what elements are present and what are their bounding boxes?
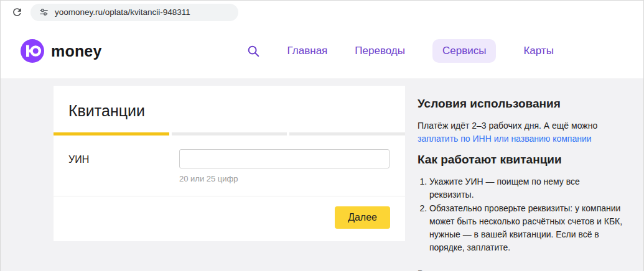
nav-item-glavnaya[interactable]: Главная <box>287 45 328 57</box>
address-bar[interactable]: yoomoney.ru/oplata/kvitancii-948311 <box>30 4 238 21</box>
uin-label: УИН <box>68 149 179 183</box>
main-nav: Главная Переводы Сервисы Карты <box>246 39 554 63</box>
list-item: Укажите УИН — поищем по нему все реквизи… <box>429 175 623 201</box>
site-header: money Главная Переводы Сервисы Карты <box>1 24 643 78</box>
nav-item-karty[interactable]: Карты <box>523 45 553 57</box>
card-footer: Далее <box>54 196 405 229</box>
submit-button[interactable]: Далее <box>335 206 390 229</box>
uin-input[interactable] <box>179 149 390 168</box>
reload-button[interactable] <box>9 5 24 20</box>
regions-link[interactable]: Регионы <box>418 269 450 271</box>
how-it-works-list: Укажите УИН — поищем по нему все реквизи… <box>418 175 623 254</box>
info-aside: Условия использования Платёж идёт 2–3 ра… <box>418 86 623 271</box>
browser-chrome: yoomoney.ru/oplata/kvitancii-948311 <box>1 1 643 24</box>
uin-hint: 20 или 25 цифр <box>179 174 390 183</box>
terms-title: Условия использования <box>418 97 623 111</box>
main-content: Квитанции УИН 20 или 25 цифр Далее Услов <box>1 78 643 271</box>
card-head: Квитанции <box>54 86 405 132</box>
uin-form-row: УИН 20 или 25 цифр <box>54 136 405 183</box>
uin-field: 20 или 25 цифр <box>179 149 390 183</box>
terms-text-plain: Платёж идёт 2–3 рабочих дня. А ещё можно <box>418 121 597 131</box>
logo-text: money <box>51 42 102 60</box>
nav-item-servisy[interactable]: Сервисы <box>432 39 496 63</box>
terms-text: Платёж идёт 2–3 рабочих дня. А ещё можно… <box>418 119 623 145</box>
page-title: Квитанции <box>68 102 390 120</box>
search-icon <box>246 44 260 58</box>
pay-by-inn-link[interactable]: заплатить по ИНН или названию компании <box>418 134 592 144</box>
reload-icon <box>11 6 23 18</box>
search-button[interactable] <box>246 44 260 58</box>
how-it-works-title: Как работают квитанции <box>418 153 623 167</box>
yoomoney-logo[interactable]: money <box>21 39 102 63</box>
list-item: Обязательно проверьте реквизиты: у компа… <box>429 202 623 254</box>
nav-item-perevody[interactable]: Переводы <box>355 45 405 57</box>
receipt-card: Квитанции УИН 20 или 25 цифр Далее <box>54 86 405 241</box>
site-settings-icon[interactable] <box>39 7 49 17</box>
url-text: yoomoney.ru/oplata/kvitancii-948311 <box>55 7 190 17</box>
page-frame: yoomoney.ru/oplata/kvitancii-948311 mone… <box>0 0 644 271</box>
yoomoney-logo-icon <box>21 39 44 63</box>
